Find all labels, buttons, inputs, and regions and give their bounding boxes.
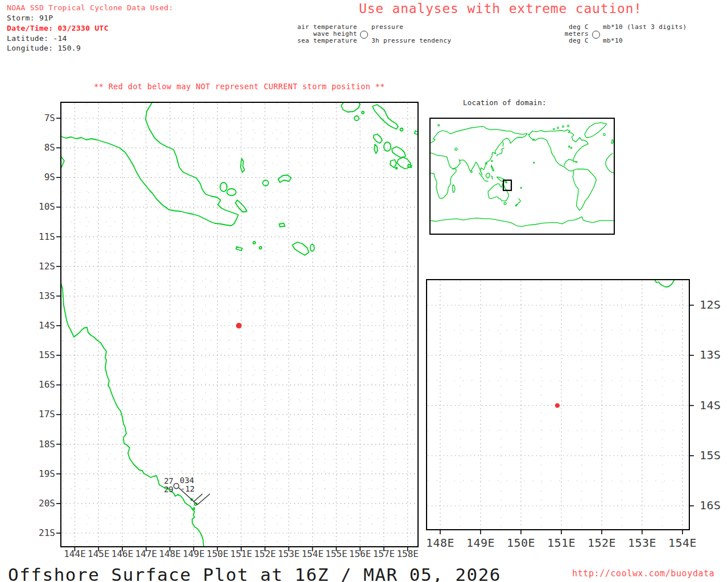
world-island-dot: [533, 162, 535, 163]
main-axis-x-label: 158E: [391, 549, 425, 559]
island-normanby: [235, 200, 247, 212]
station-plot: 27 034 29 -12: [164, 476, 210, 505]
zoom-axis-y-label: 12S: [700, 298, 728, 311]
world-coast-south-america: [573, 169, 596, 211]
world-coast-madagascar: [453, 185, 456, 193]
island-egum: [263, 180, 268, 186]
zoom-axis-y-label: 15S: [700, 449, 728, 462]
world-coast-nz-south: [515, 203, 518, 206]
main-axis-y-label: 19S: [23, 469, 55, 479]
world-coast-antarctica: [430, 217, 614, 226]
main-axis-y-label: 12S: [23, 261, 55, 272]
main-axis-y-label: 16S: [23, 380, 55, 390]
world-island-dot: [520, 187, 522, 188]
world-coast-japan: [497, 148, 504, 156]
island-choiseul: [374, 134, 382, 143]
world-island-dot: [562, 126, 564, 127]
island-shortland: [400, 128, 403, 131]
island-ontong-atoll: [384, 142, 391, 151]
world-coast-na-arctic-east: [529, 130, 588, 166]
world-island-dot: [569, 146, 570, 148]
main-axis-y-label: 10S: [23, 202, 55, 212]
island-choiseul-south: [374, 144, 378, 153]
main-axis-y-label: 11S: [23, 232, 55, 242]
zoom-axis-y-label: 13S: [700, 348, 728, 361]
station-air-temperature: 27: [164, 476, 173, 485]
island-rendova: [396, 168, 398, 169]
main-axis-y-label: 15S: [23, 350, 55, 360]
island-vella-lavella: [390, 160, 396, 168]
world-coast-philippines: [491, 165, 494, 171]
storm-dot-zoom: [555, 404, 560, 408]
main-axis-y-label: 13S: [23, 291, 55, 301]
world-coast-africa: [430, 169, 456, 198]
zoom-map: [427, 280, 694, 534]
world-coast-australia: [488, 184, 508, 201]
island-santa-isabel: [392, 147, 406, 158]
island-fergusson: [227, 189, 236, 196]
world-coast-cuba: [573, 161, 577, 163]
world-coast-sakhalin: [503, 142, 503, 147]
world-coast-uk: [612, 139, 614, 144]
station-pressure-tendency: -12: [180, 484, 195, 493]
world-island-dot: [557, 127, 559, 128]
inset-world-map: [430, 118, 614, 234]
island-whitsunday-3: [193, 508, 195, 510]
world-coast-na-west: [528, 134, 573, 171]
zoom-axis-y-label: 16S: [700, 499, 728, 512]
coastline-tagula-fragment: [655, 280, 675, 287]
island-deboyne-1: [253, 242, 255, 244]
island-bougainville: [373, 105, 398, 129]
world-coast-eurasia: [430, 127, 527, 175]
main-axis-y-label: 17S: [23, 409, 55, 419]
world-island-dot: [470, 171, 472, 173]
main-axis-y-label: 18S: [23, 439, 55, 450]
coastline-papua-new-guinea: [61, 103, 238, 226]
zoom-axis-y-label: 14S: [700, 399, 728, 412]
main-axis-y-label: 9S: [23, 172, 55, 182]
island-rossel: [311, 244, 315, 251]
island-tabar: [362, 111, 364, 114]
world-coast-sulawesi: [491, 176, 493, 179]
station-pressure: 034: [180, 476, 194, 485]
storm-dot-main: [236, 323, 242, 329]
world-island-dot: [455, 148, 457, 150]
main-axis-y-label: 20S: [23, 498, 55, 509]
island-trobriand: [241, 159, 245, 172]
page-title: Offshore Surface Plot at 16Z / MAR 05, 2…: [8, 565, 501, 582]
world-island-dot: [491, 160, 493, 161]
world-island-dot: [504, 202, 506, 205]
world-coast-java: [484, 181, 488, 181]
island-goodenough: [220, 182, 227, 192]
surface-plot-page: NOAA SSD Tropical Cyclone Data Used: Sto…: [0, 0, 728, 582]
world-coast-west-africa: [606, 153, 614, 173]
world-island-dot: [603, 134, 606, 136]
world-island-dot: [438, 124, 440, 126]
plot-canvas: 27 034 29 -12: [0, 0, 728, 582]
station-circle-icon: [174, 484, 179, 489]
world-coast-nz-north: [518, 198, 520, 203]
world-island-dot: [553, 128, 555, 130]
main-map: 27 034 29 -12: [56, 102, 418, 551]
main-axis-y-label: 21S: [23, 528, 55, 538]
source-url-link[interactable]: http://coolwx.com/buoydata: [572, 569, 714, 579]
world-island-dot: [570, 147, 572, 148]
island-woodlark: [278, 175, 291, 182]
island-new-ireland: [341, 102, 360, 112]
main-axis-y-label: 8S: [23, 143, 55, 153]
main-axis-y-label: 14S: [23, 321, 55, 331]
island-misima: [279, 223, 285, 227]
zoom-axis-x-label: 154E: [657, 537, 708, 550]
main-axis-y-label: 7S: [23, 113, 55, 123]
station-sea-temperature: 29: [164, 485, 173, 494]
inset-map-frame: [430, 118, 614, 234]
world-island-dot: [568, 125, 569, 127]
world-coast-borneo: [486, 173, 490, 178]
island-deboyne-2: [259, 247, 262, 249]
world-island-dot: [486, 163, 487, 164]
